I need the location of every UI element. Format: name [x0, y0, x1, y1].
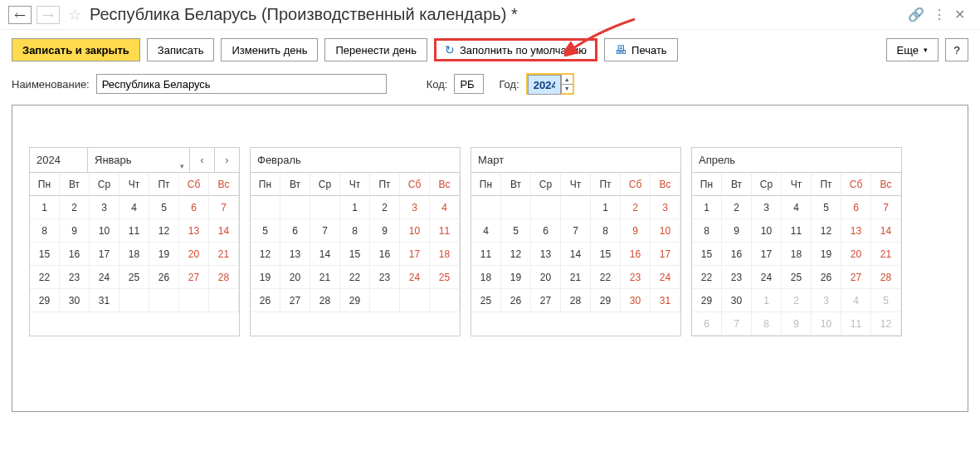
more-options-icon[interactable]: ⋮	[933, 7, 946, 22]
day-cell[interactable]: 22	[692, 266, 722, 289]
day-cell[interactable]: 12	[251, 243, 280, 266]
print-button[interactable]: 🖶 Печать	[604, 38, 678, 61]
year-stepper[interactable]: ▲ ▼	[526, 73, 574, 95]
day-cell[interactable]: 24	[651, 266, 680, 289]
day-cell[interactable]: 18	[430, 243, 460, 266]
day-cell[interactable]: 15	[591, 243, 621, 266]
day-cell[interactable]: 8	[692, 219, 722, 243]
day-cell[interactable]: 22	[30, 266, 60, 289]
day-cell[interactable]: 31	[90, 289, 119, 312]
day-cell[interactable]: 15	[692, 243, 722, 266]
day-cell[interactable]: 16	[722, 243, 752, 266]
day-cell[interactable]: 8	[30, 219, 60, 243]
day-cell[interactable]: 4	[430, 196, 460, 219]
day-cell[interactable]: 14	[561, 243, 591, 266]
change-day-button[interactable]: Изменить день	[221, 38, 318, 61]
day-cell[interactable]: 1	[752, 289, 782, 312]
day-cell[interactable]: 15	[340, 243, 370, 266]
day-cell[interactable]: 13	[280, 243, 310, 266]
day-cell[interactable]: 3	[90, 196, 119, 219]
nav-forward-button[interactable]: 🡒	[37, 6, 60, 24]
day-cell[interactable]: 12	[812, 219, 841, 243]
day-cell[interactable]: 16	[370, 243, 400, 266]
day-cell[interactable]: 7	[722, 312, 752, 336]
day-cell[interactable]: 12	[149, 219, 179, 243]
code-input[interactable]	[454, 74, 484, 94]
day-cell[interactable]: 9	[621, 219, 651, 243]
day-cell[interactable]: 26	[501, 289, 531, 312]
day-cell[interactable]: 14	[871, 219, 901, 243]
day-cell[interactable]: 6	[179, 196, 209, 219]
day-cell[interactable]: 19	[812, 243, 841, 266]
day-cell[interactable]: 27	[179, 266, 209, 289]
day-cell[interactable]: 31	[651, 289, 680, 312]
day-cell[interactable]: 28	[871, 266, 901, 289]
day-cell[interactable]: 1	[692, 196, 722, 219]
day-cell[interactable]: 21	[209, 243, 239, 266]
day-cell[interactable]: 18	[782, 243, 812, 266]
day-cell[interactable]: 30	[621, 289, 651, 312]
month-prev-button[interactable]: ‹	[189, 148, 214, 172]
day-cell[interactable]: 26	[812, 266, 841, 289]
day-cell[interactable]: 8	[752, 312, 782, 336]
day-cell[interactable]: 8	[340, 219, 370, 243]
day-cell[interactable]: 1	[591, 196, 621, 219]
day-cell[interactable]: 21	[871, 243, 901, 266]
name-input[interactable]	[96, 74, 387, 94]
day-cell[interactable]: 21	[310, 266, 340, 289]
day-cell[interactable]: 11	[471, 243, 501, 266]
day-cell[interactable]: 7	[871, 196, 901, 219]
day-cell[interactable]: 10	[651, 219, 680, 243]
day-cell[interactable]: 22	[591, 266, 621, 289]
day-cell[interactable]: 3	[400, 196, 430, 219]
day-cell[interactable]: 4	[471, 219, 501, 243]
close-icon[interactable]: ✕	[954, 7, 965, 22]
day-cell[interactable]: 7	[561, 219, 591, 243]
day-cell[interactable]: 8	[591, 219, 621, 243]
day-cell[interactable]: 10	[752, 219, 782, 243]
day-cell[interactable]: 23	[621, 266, 651, 289]
day-cell[interactable]: 19	[501, 266, 531, 289]
day-cell[interactable]: 20	[280, 266, 310, 289]
day-cell[interactable]: 30	[60, 289, 90, 312]
move-day-button[interactable]: Перенести день	[324, 38, 427, 61]
day-cell[interactable]: 17	[752, 243, 782, 266]
favorite-star-icon[interactable]: ☆	[68, 6, 81, 24]
day-cell[interactable]: 4	[119, 196, 149, 219]
day-cell[interactable]: 19	[149, 243, 179, 266]
day-cell[interactable]: 25	[782, 266, 812, 289]
day-cell[interactable]: 17	[651, 243, 680, 266]
day-cell[interactable]: 13	[179, 219, 209, 243]
day-cell[interactable]: 17	[90, 243, 119, 266]
day-cell[interactable]: 14	[310, 243, 340, 266]
day-cell[interactable]: 23	[370, 266, 400, 289]
year-input[interactable]	[528, 75, 561, 95]
day-cell[interactable]: 2	[621, 196, 651, 219]
day-cell[interactable]: 2	[782, 289, 812, 312]
day-cell[interactable]: 29	[692, 289, 722, 312]
day-cell[interactable]: 3	[651, 196, 680, 219]
day-cell[interactable]: 17	[400, 243, 430, 266]
day-cell[interactable]: 12	[501, 243, 531, 266]
day-cell[interactable]: 5	[812, 196, 841, 219]
day-cell[interactable]: 5	[871, 289, 901, 312]
day-cell[interactable]: 9	[60, 219, 90, 243]
day-cell[interactable]: 4	[782, 196, 812, 219]
day-cell[interactable]: 2	[60, 196, 90, 219]
day-cell[interactable]: 23	[722, 266, 752, 289]
day-cell[interactable]: 18	[471, 266, 501, 289]
day-cell[interactable]: 7	[209, 196, 239, 219]
day-cell[interactable]: 3	[752, 196, 782, 219]
day-cell[interactable]: 28	[310, 289, 340, 312]
day-cell[interactable]: 6	[841, 196, 871, 219]
day-cell[interactable]: 5	[149, 196, 179, 219]
save-button[interactable]: Записать	[147, 38, 215, 61]
more-button[interactable]: Еще ▾	[886, 38, 939, 61]
day-cell[interactable]: 9	[722, 219, 752, 243]
day-cell[interactable]: 27	[531, 289, 561, 312]
day-cell[interactable]: 11	[782, 219, 812, 243]
day-cell[interactable]: 20	[531, 266, 561, 289]
day-cell[interactable]: 16	[60, 243, 90, 266]
day-cell[interactable]: 11	[119, 219, 149, 243]
day-cell[interactable]: 1	[340, 196, 370, 219]
